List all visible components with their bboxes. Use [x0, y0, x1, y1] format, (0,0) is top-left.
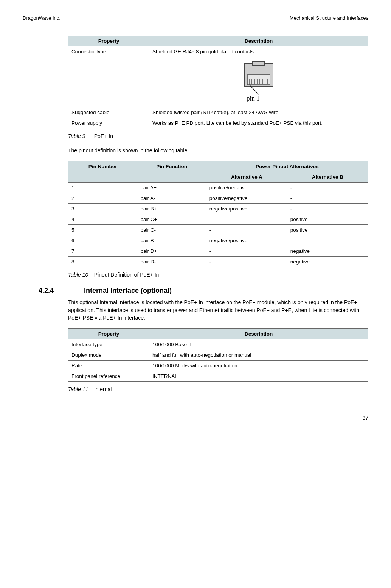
cell-description: 100/1000 Mbit/s with auto-negotiation — [149, 361, 368, 371]
table-row: Suggested cable Shielded twisted pair (S… — [68, 107, 368, 118]
cell-property: Duplex mode — [68, 350, 149, 361]
cell-description: 100/1000 Base-T — [149, 339, 368, 350]
table-row: Power supply Works as P+E PD port. Lite … — [68, 118, 368, 128]
table-row: Rate 100/1000 Mbit/s with auto-negotiati… — [68, 361, 368, 371]
cell-func: pair D+ — [137, 246, 206, 257]
connector-desc-text: Shielded GE RJ45 8 pin gold plated conta… — [152, 49, 255, 54]
cell-alt-a: positive/negative — [206, 183, 287, 193]
cell-pin: 7 — [68, 246, 137, 257]
cell-func: pair B- — [137, 235, 206, 246]
table9-caption: Table 9 PoE+ In — [68, 133, 368, 139]
cell-alt-b: - — [287, 235, 368, 246]
cell-description: Shielded twisted pair (STP cat5e), at le… — [149, 107, 368, 118]
caption-text: PoE+ In — [94, 133, 113, 139]
caption-label: Table 9 — [68, 133, 85, 139]
cell-pin: 4 — [68, 214, 137, 225]
svg-rect-2 — [247, 75, 270, 85]
cell-alt-a: negative/positive — [206, 235, 287, 246]
cell-alt-b: - — [287, 193, 368, 204]
cell-func: pair C- — [137, 225, 206, 235]
section-heading: 4.2.4 Internal Interface (optional) — [23, 287, 368, 295]
header-right: Mechanical Structure and Interfaces — [290, 15, 368, 21]
table-row: Duplex mode half and full with auto-nego… — [68, 350, 368, 361]
th-property: Property — [68, 36, 149, 46]
th-power-alt: Power Pinout Alternatives — [206, 161, 368, 172]
cell-property: Interface type — [68, 339, 149, 350]
section-number: 4.2.4 — [23, 287, 84, 295]
table10-caption: Table 10 Pinout Definition of PoE+ In — [68, 272, 368, 278]
table-row: Connector type Shielded GE RJ45 8 pin go… — [68, 46, 368, 107]
cell-property: Connector type — [68, 46, 149, 107]
cell-func: pair D- — [137, 257, 206, 267]
cell-property: Front panel reference — [68, 371, 149, 382]
cell-description: Shielded GE RJ45 8 pin gold plated conta… — [149, 46, 368, 107]
cell-alt-a: - — [206, 246, 287, 257]
cell-alt-a: - — [206, 214, 287, 225]
cell-property: Rate — [68, 361, 149, 371]
table-row: 3 pair B+ negative/positive - — [68, 204, 368, 214]
table-row: 8 pair D- - negative — [68, 257, 368, 267]
cell-alt-a: positive/negative — [206, 193, 287, 204]
cell-property: Suggested cable — [68, 107, 149, 118]
header-left: DragonWave Inc. — [23, 15, 61, 21]
cell-alt-a: negative/positive — [206, 204, 287, 214]
cell-pin: 6 — [68, 235, 137, 246]
th-pin-number: Pin Number — [68, 161, 137, 183]
cell-alt-b: - — [287, 183, 368, 193]
rj45-figure: pin 1 — [152, 61, 365, 104]
pinout-intro-text: The pinout definition is shown in the fo… — [68, 147, 368, 154]
cell-alt-b: negative — [287, 257, 368, 267]
caption-text: Internal — [94, 386, 112, 392]
table-poe-in: Property Description Connector type Shie… — [68, 36, 368, 128]
th-description: Description — [149, 36, 368, 46]
cell-alt-b: positive — [287, 225, 368, 235]
th-property: Property — [68, 329, 149, 339]
cell-pin: 5 — [68, 225, 137, 235]
cell-description: half and full with auto-negotiation or m… — [149, 350, 368, 361]
cell-alt-b: positive — [287, 214, 368, 225]
pin1-label: pin 1 — [247, 95, 259, 102]
caption-text: Pinout Definition of PoE+ In — [94, 272, 159, 278]
cell-description: INTERNAL — [149, 371, 368, 382]
page-header: DragonWave Inc. Mechanical Structure and… — [23, 15, 368, 24]
section-title: Internal Interface (optional) — [84, 287, 172, 295]
caption-label: Table 11 — [68, 386, 88, 392]
table-row: 4 pair C+ - positive — [68, 214, 368, 225]
cell-pin: 2 — [68, 193, 137, 204]
cell-func: pair C+ — [137, 214, 206, 225]
cell-pin: 1 — [68, 183, 137, 193]
table-internal: Property Description Interface type 100/… — [68, 328, 368, 382]
th-alt-b: Alternative B — [287, 172, 368, 183]
cell-alt-a: - — [206, 225, 287, 235]
cell-func: pair B+ — [137, 204, 206, 214]
cell-pin: 3 — [68, 204, 137, 214]
table-row: Interface type 100/1000 Base-T — [68, 339, 368, 350]
cell-alt-b: negative — [287, 246, 368, 257]
table-row: 6 pair B- negative/positive - — [68, 235, 368, 246]
table-row: 7 pair D+ - negative — [68, 246, 368, 257]
cell-alt-a: - — [206, 257, 287, 267]
th-alt-a: Alternative A — [206, 172, 287, 183]
table-pinout: Pin Number Pin Function Power Pinout Alt… — [68, 161, 368, 267]
internal-intro-text: This optional Internal interface is loca… — [68, 299, 368, 322]
cell-func: pair A- — [137, 193, 206, 204]
table-row: Front panel reference INTERNAL — [68, 371, 368, 382]
th-description: Description — [149, 329, 368, 339]
table11-caption: Table 11 Internal — [68, 386, 368, 392]
caption-label: Table 10 — [68, 272, 88, 278]
cell-description: Works as P+E PD port. Lite can be fed by… — [149, 118, 368, 128]
rj45-icon: pin 1 — [236, 61, 281, 103]
cell-alt-b: - — [287, 204, 368, 214]
th-pin-function: Pin Function — [137, 161, 206, 183]
table-row: 1 pair A+ positive/negative - — [68, 183, 368, 193]
table-row: 2 pair A- positive/negative - — [68, 193, 368, 204]
table-row: 5 pair C- - positive — [68, 225, 368, 235]
cell-func: pair A+ — [137, 183, 206, 193]
cell-pin: 8 — [68, 257, 137, 267]
svg-rect-1 — [253, 61, 265, 66]
page-number: 37 — [23, 415, 368, 421]
cell-property: Power supply — [68, 118, 149, 128]
